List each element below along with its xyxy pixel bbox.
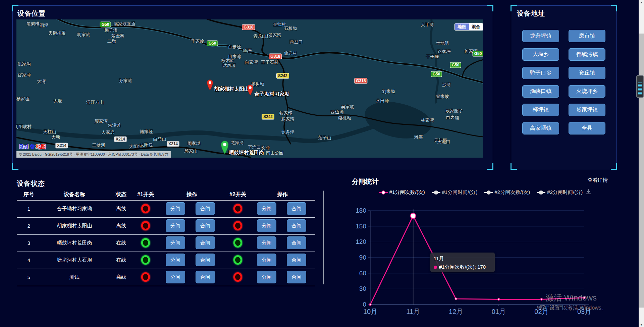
y-axis-tick-label: 90 bbox=[359, 254, 366, 261]
map-place-label: 龙家湾 bbox=[231, 140, 244, 146]
address-button-龙舟坪镇[interactable]: 龙舟坪镇 bbox=[522, 30, 559, 42]
open-switch-1-button[interactable]: 分闸 bbox=[166, 202, 185, 215]
address-button-都镇湾镇[interactable]: 都镇湾镇 bbox=[569, 48, 605, 61]
table-header-4: 操作 bbox=[186, 191, 197, 198]
x-axis-tick-label: 11月 bbox=[406, 308, 420, 315]
corner-decoration bbox=[611, 163, 617, 170]
address-button-火烧坪乡[interactable]: 火烧坪乡 bbox=[569, 85, 605, 98]
legend-item-0[interactable]: #1分闸次数/(次) bbox=[379, 189, 425, 196]
close-switch-2-button[interactable]: 合闸 bbox=[287, 219, 306, 232]
row-divider bbox=[17, 269, 315, 269]
address-button-全县[interactable]: 全县 bbox=[569, 122, 605, 134]
map-type-map-button[interactable]: 地图 bbox=[455, 23, 469, 30]
scrollbar-down-arrow[interactable]: ▼ bbox=[639, 322, 644, 327]
road-badge-G50: G50 bbox=[450, 62, 461, 68]
map-place-label: 西边坳 bbox=[331, 109, 344, 115]
osd-level-bar bbox=[638, 89, 642, 90]
row-index: 1 bbox=[28, 206, 30, 212]
open-switch-2-button[interactable]: 分闸 bbox=[257, 236, 276, 249]
data-point bbox=[540, 298, 542, 300]
map-place-label: 人手湾 bbox=[421, 22, 434, 28]
device-address-title: 设备地址 bbox=[517, 9, 545, 18]
address-button-鸭子口乡[interactable]: 鸭子口乡 bbox=[522, 67, 559, 79]
corner-decoration bbox=[487, 163, 493, 170]
windows-activation-watermark: 激活 Windows bbox=[546, 292, 597, 303]
legend-dot bbox=[487, 190, 491, 195]
close-switch-1-button[interactable]: 合闸 bbox=[196, 202, 215, 215]
scrollbar-thumb[interactable] bbox=[639, 34, 644, 308]
legend-marker-icon bbox=[484, 190, 493, 195]
data-point bbox=[498, 298, 500, 300]
map-place-label: 清江方山 bbox=[86, 99, 104, 105]
open-switch-1-button[interactable]: 分闸 bbox=[166, 236, 185, 249]
close-switch-1-button[interactable]: 合闸 bbox=[196, 271, 215, 283]
map-place-label: 向家湾 bbox=[245, 59, 258, 65]
open-switch-2-button[interactable]: 分闸 bbox=[257, 254, 276, 266]
switch-1-indicator-red bbox=[141, 221, 150, 230]
close-switch-2-button[interactable]: 合闸 bbox=[287, 236, 306, 249]
y-axis-tick-label: 150 bbox=[356, 223, 366, 230]
device-name: 晒鼓坪村荒田岗 bbox=[57, 240, 92, 246]
close-switch-1-button[interactable]: 合闸 bbox=[196, 219, 215, 232]
legend-item-1[interactable]: #1分闸时间/(分) bbox=[432, 189, 478, 196]
open-switch-2-button[interactable]: 分闸 bbox=[257, 219, 276, 232]
map-place-label: 管家坡 bbox=[436, 94, 449, 100]
legend-item-3[interactable]: #2分闸时间/(分) bbox=[537, 189, 583, 196]
page-scrollbar[interactable]: ▲ ▼ bbox=[639, 0, 644, 327]
red-map-pin[interactable] bbox=[206, 79, 214, 92]
road-badge-G318: G318 bbox=[242, 24, 255, 30]
address-button-大堰乡[interactable]: 大堰乡 bbox=[522, 48, 559, 61]
baidu-map[interactable]: 笔架槽洞坪天鹅抱蛋胡家湾高家堰互通梅子溪紫金寨二墩千家岭青龙山村金盆村石板坳侯家… bbox=[16, 19, 483, 158]
legend-dot bbox=[381, 190, 385, 195]
row-index: 4 bbox=[28, 257, 30, 263]
map-place-label: 杨家湾 bbox=[281, 116, 294, 122]
map-place-label: 偏岩村 bbox=[284, 50, 297, 56]
address-button-资丘镇[interactable]: 资丘镇 bbox=[569, 67, 605, 79]
road-badge-G50: G50 bbox=[207, 41, 218, 46]
open-switch-1-button[interactable]: 分闸 bbox=[166, 254, 185, 266]
table-scrollbar[interactable] bbox=[323, 190, 324, 284]
close-switch-2-button[interactable]: 合闸 bbox=[287, 271, 306, 283]
map-place-label: 南山公园 bbox=[266, 150, 283, 156]
row-divider bbox=[17, 286, 315, 286]
map-type-hybrid-button[interactable]: 混合 bbox=[469, 23, 483, 30]
address-button-磨市镇[interactable]: 磨市镇 bbox=[569, 30, 605, 42]
open-switch-2-button[interactable]: 分闸 bbox=[257, 271, 276, 283]
trip-statistics-title: 分闸统计 bbox=[352, 177, 379, 186]
device-status: 在线 bbox=[116, 240, 126, 246]
table-header-3: #1开关 bbox=[137, 191, 154, 198]
map-place-label: 笔架槽 bbox=[26, 21, 40, 27]
map-place-label: 人家岩 bbox=[102, 129, 115, 135]
open-switch-1-button[interactable]: 分闸 bbox=[166, 219, 185, 232]
map-place-label: 朱津滩 bbox=[108, 122, 121, 128]
address-button-榔坪镇[interactable]: 榔坪镇 bbox=[522, 104, 559, 116]
open-switch-1-button[interactable]: 分闸 bbox=[166, 271, 185, 283]
address-button-贺家坪镇[interactable]: 贺家坪镇 bbox=[569, 104, 605, 116]
map-place-label: 莲子山 bbox=[318, 135, 331, 141]
view-details-link[interactable]: 查看详情 bbox=[588, 177, 608, 183]
road-badge-S242: S242 bbox=[262, 114, 274, 120]
osd-level-bar bbox=[638, 87, 642, 87]
map-place-label: 梅子溪 bbox=[105, 27, 118, 33]
osd-level-bar bbox=[638, 83, 642, 83]
address-button-高家堰镇[interactable]: 高家堰镇 bbox=[522, 122, 559, 134]
map-place-label: 水田冲 bbox=[376, 98, 389, 104]
map-place-label: 洞坪 bbox=[40, 22, 48, 29]
green-map-pin[interactable] bbox=[220, 140, 230, 155]
close-switch-1-button[interactable]: 合闸 bbox=[196, 254, 215, 266]
address-button-渔峡口镇[interactable]: 渔峡口镇 bbox=[522, 85, 559, 98]
legend-label: #2分闸时间/(分) bbox=[547, 189, 583, 196]
map-pin-label: 合子坳村习家坳 bbox=[254, 91, 289, 97]
map-place-label: 颜家湾 bbox=[95, 118, 108, 124]
osd-level-bar bbox=[638, 88, 642, 89]
close-switch-1-button[interactable]: 合闸 bbox=[196, 236, 215, 249]
download-icon[interactable] bbox=[585, 188, 592, 195]
legend-label: #1分闸时间/(分) bbox=[442, 189, 478, 196]
open-switch-2-button[interactable]: 分闸 bbox=[257, 202, 276, 215]
red-map-pin[interactable] bbox=[246, 84, 254, 97]
road-badge-G50: G50 bbox=[431, 71, 442, 77]
close-switch-2-button[interactable]: 合闸 bbox=[287, 254, 306, 266]
legend-item-2[interactable]: #2分闸次数/(次) bbox=[484, 189, 530, 196]
scrollbar-up-arrow[interactable]: ▲ bbox=[639, 0, 644, 5]
close-switch-2-button[interactable]: 合闸 bbox=[287, 202, 306, 215]
